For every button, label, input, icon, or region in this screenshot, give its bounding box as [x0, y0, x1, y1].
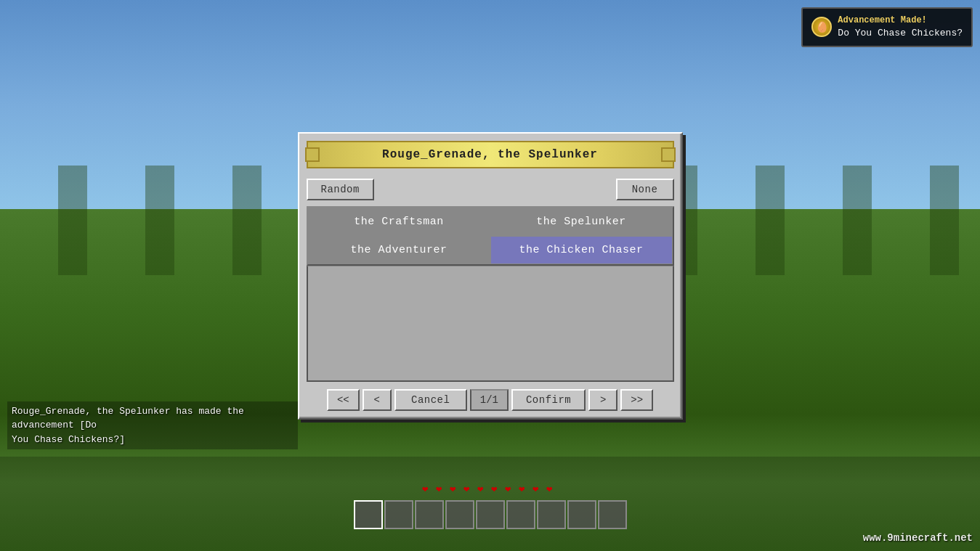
titles-grid: the Craftsman the Spelunker the Adventur…: [307, 206, 674, 266]
cancel-button[interactable]: Cancel: [394, 389, 467, 411]
hotbar-area: ❤ ❤ ❤ ❤ ❤ ❤ ❤ ❤ ❤ ❤: [0, 457, 980, 551]
heart-3: ❤: [450, 483, 461, 493]
next-page-button[interactable]: >: [588, 389, 617, 411]
hotbar-slot-4: [445, 500, 474, 529]
titles-row-1: the Craftsman the Spelunker: [308, 208, 673, 236]
dialog-top-buttons: Random None: [299, 174, 681, 206]
confirm-button[interactable]: Confirm: [511, 389, 586, 411]
heart-5: ❤: [477, 483, 489, 493]
hotbar-slot-8: [567, 500, 596, 529]
title-chicken-chaser[interactable]: the Chicken Chaser: [490, 236, 673, 264]
heart-1: ❤: [422, 483, 434, 493]
dialog-title: Rouge_Grenade, the Spelunker: [382, 148, 598, 161]
health-bar: ❤ ❤ ❤ ❤ ❤ ❤ ❤ ❤ ❤ ❤: [422, 483, 558, 493]
hotbar-slot-6: [506, 500, 535, 529]
title-selection-dialog: Rouge_Grenade, the Spelunker Random None…: [298, 132, 683, 420]
dialog-bottom-nav: << < Cancel 1/1 Confirm > >>: [299, 382, 681, 418]
hotbar-slot-9: [598, 500, 627, 529]
heart-8: ❤: [519, 483, 530, 493]
hotbar-slot-7: [537, 500, 566, 529]
titles-empty-area: [307, 266, 674, 382]
watermark: www.9minecraft.net: [863, 532, 973, 544]
page-indicator: 1/1: [470, 389, 509, 411]
toast-icon: 🥚: [811, 17, 832, 37]
heart-2: ❤: [436, 483, 448, 493]
toast-title: Advancement Made!: [838, 15, 963, 27]
heart-10: ❤: [546, 483, 558, 493]
title-adventurer[interactable]: the Adventurer: [308, 236, 490, 264]
hotbar-slot-3: [415, 500, 444, 529]
last-page-button[interactable]: >>: [620, 389, 653, 411]
none-button[interactable]: None: [616, 179, 674, 200]
prev-page-button[interactable]: <: [363, 389, 392, 411]
toast-content: Advancement Made! Do You Chase Chickens?: [838, 15, 963, 40]
hotbar: [354, 500, 627, 529]
dialog-header: Rouge_Grenade, the Spelunker: [307, 141, 674, 168]
first-page-button[interactable]: <<: [327, 389, 360, 411]
hotbar-slot-5: [476, 500, 505, 529]
heart-7: ❤: [505, 483, 517, 493]
advancement-toast: 🥚 Advancement Made! Do You Chase Chicken…: [801, 7, 973, 47]
titles-row-2: the Adventurer the Chicken Chaser: [308, 236, 673, 264]
random-button[interactable]: Random: [307, 179, 374, 200]
hotbar-slot-2: [384, 500, 413, 529]
chat-line-1: Rouge_Grenade, the Spelunker has made th…: [12, 404, 293, 433]
heart-9: ❤: [532, 483, 544, 493]
title-spelunker[interactable]: the Spelunker: [490, 208, 673, 236]
toast-subtitle: Do You Chase Chickens?: [838, 27, 963, 40]
toast-egg-icon: 🥚: [816, 21, 828, 33]
hotbar-slot-1: [354, 500, 383, 529]
heart-6: ❤: [491, 483, 503, 493]
heart-4: ❤: [463, 483, 475, 493]
chat-log: Rouge_Grenade, the Spelunker has made th…: [7, 401, 298, 450]
chat-line-2: You Chase Chickens?]: [12, 433, 293, 447]
title-craftsman[interactable]: the Craftsman: [308, 208, 490, 236]
